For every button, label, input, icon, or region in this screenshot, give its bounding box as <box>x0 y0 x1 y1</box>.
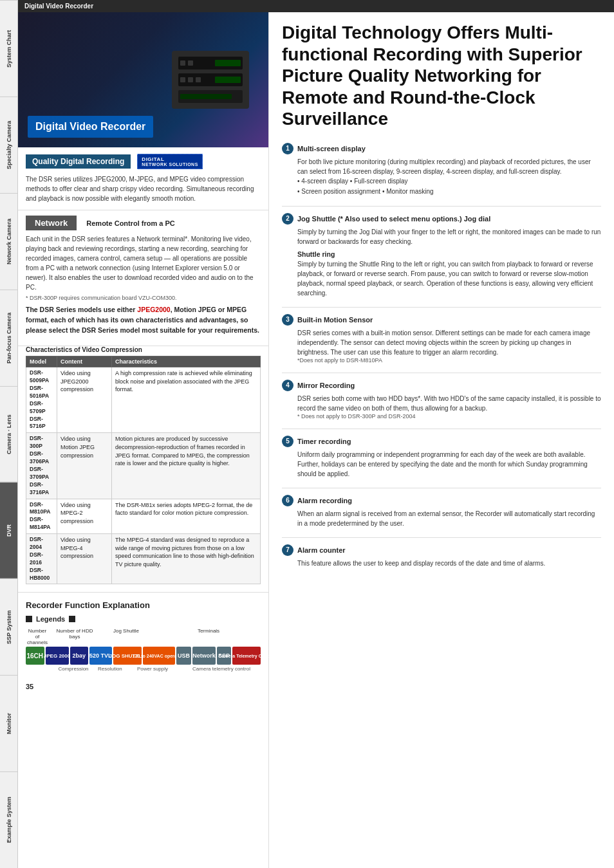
feature-text-4: DSR series both come with two HDD bays*.… <box>297 394 601 413</box>
leg-bottom-channels <box>26 666 49 672</box>
table-cell-characteristics: The DSR-M81x series adopts MPEG-2 format… <box>112 499 261 534</box>
feature-title-3: 3 Built-in Motion Sensor <box>282 314 601 326</box>
feature-divider <box>282 429 601 429</box>
table-cell-content: Video using JPEG2000 compression <box>57 367 112 433</box>
network-subtitle: Remote Control from a PC <box>86 219 175 227</box>
feature-item-6: 6 Alarm recording When an alarm signal i… <box>282 495 601 528</box>
table-cell-model: DSR-2004 DSR-2016 DSR-HB8000 <box>26 534 57 584</box>
feature-divider <box>282 373 601 373</box>
recorder-title: Recorder Function Explanation <box>26 600 261 610</box>
legend-square-icon-2 <box>69 616 75 622</box>
feature-num-4: 4 <box>282 380 293 391</box>
sidebar-item-example-system[interactable]: Example System <box>0 771 17 868</box>
feature-title-7: 7 Alarm counter <box>282 544 601 556</box>
feature-item-4: 4 Mirror Recording DSR series both come … <box>282 380 601 420</box>
table-cell-model: DSR-300P DSR-3706PA DSR-3709PA DSR-3716P… <box>26 433 57 499</box>
feature-num-5: 5 <box>282 436 293 447</box>
leg-bottom-resolution: Resolution <box>98 666 121 672</box>
feature-title-6: 6 Alarm recording <box>282 495 601 506</box>
leg-power: 120 to 240VAC operation <box>143 647 175 665</box>
feature-title-2: 2 Jog Shuttle (* Also used to select men… <box>282 213 601 225</box>
feature-text-1: For both live picture monitoring (during… <box>297 157 601 176</box>
sidebar: System Chart Specialty Camera Network Ca… <box>0 0 18 868</box>
feature-divider <box>282 206 601 207</box>
main-content: Digital Video Recorder Digital Video Rec… <box>18 0 614 868</box>
right-column: Digital Technology Offers Multi-function… <box>269 12 614 868</box>
left-column: Digital Video Recorder <box>18 12 269 868</box>
main-headline: Digital Technology Offers Multi-function… <box>282 22 601 130</box>
legend-label-jog: Jog Shuttle <box>100 628 152 645</box>
feature-note-4: * Does not apply to DSR-300P and DSR-200… <box>297 413 601 420</box>
feature-title-1: 1 Multi-screen display <box>282 143 601 154</box>
feature-title-4: 4 Mirror Recording <box>282 380 601 391</box>
network-text: Each unit in the DSR series features a N… <box>26 234 261 292</box>
network-bold-text: The DSR Series models use either JPEG200… <box>26 305 261 335</box>
feature-item-1: 1 Multi-screen display For both live pic… <box>282 143 601 197</box>
network-header: Network Remote Control from a PC <box>26 216 261 230</box>
digital-logo: DIGITAL NETWORK SOLUTIONS <box>137 154 202 169</box>
feature-num-3: 3 <box>282 314 293 326</box>
quality-title: Quality Digital Recording <box>26 154 131 169</box>
quality-text: The DSR series utilizes JPEG2000, M-JPEG… <box>26 174 261 203</box>
recorder-section: Recorder Function Explanation Legends Nu… <box>18 592 268 679</box>
hero-area: Digital Video Recorder <box>18 12 268 147</box>
compression-table: Model Content Characteristics DSR-5009PA… <box>26 356 261 584</box>
sidebar-item-pan-focus-camera[interactable]: Pan-focus Camera <box>0 290 17 386</box>
sidebar-item-system-chart[interactable]: System Chart <box>0 0 17 97</box>
legend-label-terminals: Terminals <box>170 628 247 645</box>
feature-divider <box>282 307 601 308</box>
feature-text-2: Simply by turning the Jog Dial with your… <box>297 227 601 246</box>
table-title: Characteristics of Video Compression <box>26 346 261 353</box>
table-row: DSR-M810PA DSR-M814PAVideo using MPEG-2 … <box>26 499 261 534</box>
table-cell-model: DSR-5009PA DSR-5016PA DSR-5709P DSR-5716… <box>26 367 57 433</box>
leg-bottom-compression: Compression <box>50 666 97 672</box>
col-header-content: Content <box>57 356 112 367</box>
quality-section: Quality Digital Recording DIGITAL NETWOR… <box>18 147 268 210</box>
leg-compression: JPEG 2000 <box>46 647 69 665</box>
feature-text-6: When an alarm signal is received from an… <box>297 509 601 528</box>
feature-text-3: DSR series comes with a built-in motion … <box>297 328 601 357</box>
leg-usb: USB <box>176 647 192 665</box>
legends-label: Legends <box>26 615 261 623</box>
sidebar-item-camera-lens[interactable]: Camera · Lens <box>0 386 17 483</box>
feature-text-5: Uniform daily programming or independent… <box>297 450 601 479</box>
legend-bottom-labels: Compression Resolution Power supply Came… <box>26 666 261 672</box>
feature-item-2: 2 Jog Shuttle (* Also used to select men… <box>282 213 601 298</box>
feature-item-3: 3 Built-in Motion Sensor DSR series come… <box>282 314 601 364</box>
leg-channels: 16CH <box>26 647 44 665</box>
feature-text-7: This feature allows the user to keep and… <box>297 559 601 568</box>
network-title: Network <box>26 216 77 230</box>
table-row: DSR-2004 DSR-2016 DSR-HB8000Video using … <box>26 534 261 584</box>
leg-bottom-power: Power supply <box>122 666 183 672</box>
table-cell-content: Video using MPEG-2 compression <box>57 499 112 534</box>
sidebar-item-monitor[interactable]: Monitor <box>0 675 17 771</box>
legend-label-channels: Number of channels <box>26 628 49 645</box>
table-cell-characteristics: A high compression rate is achieved whil… <box>112 367 261 433</box>
table-row: DSR-300P DSR-3706PA DSR-3709PA DSR-3716P… <box>26 433 261 499</box>
features-container: 1 Multi-screen display For both live pic… <box>282 143 601 577</box>
sidebar-item-network-camera[interactable]: Network Camera <box>0 193 17 290</box>
col-header-characteristics: Characteristics <box>112 356 261 367</box>
table-cell-characteristics: The MPEG-4 standard was designed to repr… <box>112 534 261 584</box>
leg-network: Network <box>192 647 216 665</box>
feature-note-3: *Does not apply to DSR-M810PA <box>297 357 601 364</box>
header-title: Digital Video Recorder <box>24 3 93 10</box>
legend-boxes-row: 16CH JPEG 2000 2bay 520 TVL JOG SHUTTLE … <box>26 647 261 665</box>
table-cell-characteristics: Motion pictures are produced by successi… <box>112 433 261 499</box>
network-note: * DSR-300P requires communication board … <box>26 295 261 301</box>
table-cell-model: DSR-M810PA DSR-M814PA <box>26 499 57 534</box>
feature-divider <box>282 488 601 488</box>
leg-resolution: 520 TVL <box>89 647 112 665</box>
feature-num-2: 2 <box>282 213 293 225</box>
feature-num-1: 1 <box>282 143 293 154</box>
table-cell-content: Video using Motion JPEG compression <box>57 433 112 499</box>
page-number: 35 <box>18 679 268 694</box>
feature-bullet: • 4-screen display • Full-screen display <box>297 176 601 187</box>
sidebar-item-specialty-camera[interactable]: Specialty Camera <box>0 97 17 193</box>
feature-divider <box>282 537 601 538</box>
sub-feature-text-2: Simply by turning the Shuttle Ring to th… <box>297 259 601 298</box>
leg-hdd: 2bay <box>70 647 89 665</box>
sidebar-item-ssp-system[interactable]: SSP System <box>0 578 17 675</box>
table-row: DSR-5009PA DSR-5016PA DSR-5709P DSR-5716… <box>26 367 261 433</box>
sidebar-item-dvr[interactable]: DVR <box>0 482 17 578</box>
